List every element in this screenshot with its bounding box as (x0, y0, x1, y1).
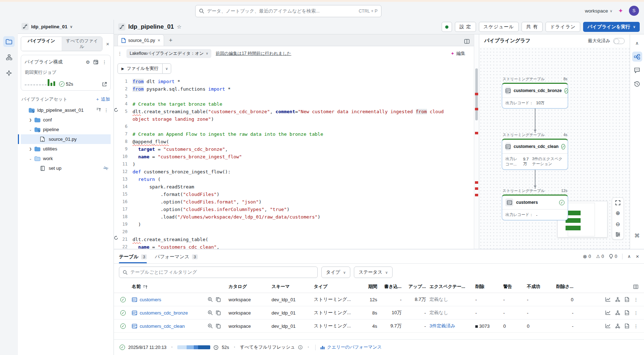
files-rail-button[interactable] (3, 36, 15, 47)
streaming-table-gutter-icon[interactable] (114, 236, 122, 243)
chevron-right-icon[interactable]: ❯ (29, 147, 32, 151)
history-icon[interactable] (632, 79, 642, 89)
code-line-20[interactable]: 20 (114, 228, 474, 236)
col-dropped[interactable]: 削除さ... (554, 284, 577, 290)
ai-edit-button[interactable]: ✦編集 (451, 51, 470, 57)
col-name[interactable]: 名前 (132, 284, 208, 290)
copy-icon[interactable] (216, 297, 221, 302)
metrics-icon[interactable] (605, 310, 611, 315)
gear-icon[interactable]: ⚙ (86, 59, 90, 65)
col-failed[interactable]: 不成功 (527, 284, 554, 290)
share-button[interactable]: 共 有 (522, 22, 543, 32)
workspace-switcher[interactable]: workspace∨ (585, 8, 612, 14)
code-area[interactable]: 1from dlt import *2from pyspark.sql.func… (114, 76, 474, 249)
preview-icon[interactable] (208, 310, 213, 315)
table-row-customers[interactable]: ✓ customers workspace dev_ldp_01 ストリーミング… (114, 293, 644, 306)
code-line-19[interactable]: 19 ) (114, 221, 474, 228)
tree-item-set-up[interactable]: set up (21, 163, 111, 173)
close-results-icon[interactable]: × (636, 253, 639, 259)
graph-canvas[interactable]: ⊕ ⊖ ストリーミングテーブル8s customers_cdc_bronze ✓… (479, 47, 630, 249)
tree-item-utilities[interactable]: ❯ utilities (21, 144, 111, 154)
last-run-sparkline[interactable]: ✓52s (25, 79, 107, 86)
kebab-icon[interactable]: ⋮ (104, 107, 109, 113)
new-tab-button[interactable]: ＋ (168, 37, 173, 44)
code-line-13[interactable]: 13 return ( (114, 176, 474, 183)
editor-scrollbar[interactable] (474, 34, 479, 249)
col-deleted[interactable]: 削除 (475, 284, 503, 290)
streaming-table-gutter-icon[interactable] (114, 108, 122, 123)
sidebar-pipeline-name[interactable]: ldp_pipeline_01 (31, 24, 67, 29)
pipeline-rail-button[interactable] (3, 52, 15, 63)
schedule-icon[interactable] (93, 59, 98, 64)
code-line-7[interactable]: 7# Create an Append Flow to ingest the r… (114, 130, 474, 138)
graph-view-icon[interactable] (632, 52, 642, 62)
code-line-3[interactable]: 3 (114, 93, 474, 100)
comments-icon[interactable] (632, 65, 642, 75)
code-line-10[interactable]: 10 name = "customers_bronze_ingest_flow" (114, 153, 474, 160)
zoom-out-icon[interactable]: ⊖ (616, 221, 620, 227)
code-line-5[interactable]: 5dlt.create_streaming_table("customers_c… (114, 108, 474, 123)
chevron-right-icon[interactable]: ❯ (29, 118, 32, 122)
copy-icon[interactable] (216, 310, 221, 315)
metrics-icon[interactable] (605, 297, 611, 302)
copy-icon[interactable] (216, 323, 221, 328)
tips-counter[interactable]: 0 (609, 254, 617, 259)
lineage-icon[interactable] (615, 323, 620, 328)
table-row-customers_cdc_bronze[interactable]: ✓ customers_cdc_bronze workspace dev_ldp… (114, 306, 644, 320)
cell-expectations[interactable]: 3件定義済み (429, 323, 475, 329)
sort-icon[interactable] (143, 285, 148, 289)
user-avatar[interactable]: S (629, 6, 639, 16)
tree-item-source-01-py[interactable]: source_01.py (21, 134, 111, 144)
sort-icon[interactable] (96, 107, 101, 112)
split-view-icon[interactable] (464, 39, 470, 44)
code-line-12[interactable]: 12def customers_bronze_ingest_flow(): (114, 168, 474, 176)
source-file-icon[interactable] (625, 297, 629, 302)
error-counter[interactable]: ⊗0 (583, 254, 591, 259)
editor-tab-source01[interactable]: source_01.py × (117, 34, 164, 46)
col-upserted[interactable]: アップ... (405, 284, 429, 290)
lineage-icon[interactable] (615, 297, 620, 302)
last-edit-link[interactable]: 前回の編集は17 時間前に行われました (216, 51, 291, 57)
tab-performance[interactable]: パフォーマンス3 (155, 249, 198, 263)
code-line-16[interactable]: 16 .option("cloudFiles.format", "json") (114, 198, 474, 206)
collapse-panel-icon[interactable]: ∧ (632, 38, 642, 48)
add-asset-button[interactable]: ＋ 追加 (95, 96, 110, 102)
assistant-sparkle-icon[interactable]: ✦ (618, 7, 623, 15)
code-line-9[interactable]: 9 target = "customers_cdc_bronze", (114, 145, 474, 153)
tree-item-work[interactable]: ⌄ work (21, 154, 111, 163)
source-file-icon[interactable] (625, 323, 629, 328)
info-icon[interactable] (298, 345, 303, 350)
col-catalog[interactable]: カタログ (229, 284, 271, 290)
code-line-14[interactable]: 14 spark.readStream (114, 183, 474, 191)
dry-run-button[interactable]: ドライラン (546, 22, 581, 32)
table-name-link[interactable]: customers (140, 297, 161, 302)
preview-icon[interactable] (208, 297, 213, 302)
type-filter-dropdown[interactable]: タイプ∨ (321, 267, 350, 278)
tab-all-files[interactable]: すべてのファイル (62, 37, 102, 51)
lineage-icon[interactable] (615, 310, 620, 315)
schedule-button[interactable]: スケジュール (479, 22, 519, 32)
code-line-15[interactable]: 15 .format("cloudFiles") (114, 191, 474, 198)
close-sidebar-icon[interactable]: × (105, 41, 111, 47)
tree-item-pipeline[interactable]: ⌄ pipeline (21, 125, 111, 134)
tab-tables[interactable]: テーブル3 (119, 249, 147, 263)
graph-settings-icon[interactable] (615, 232, 620, 237)
col-written[interactable]: 書き込... (381, 284, 405, 290)
code-line-6[interactable]: 6 (114, 123, 474, 130)
global-search-input[interactable]: データ、ノートブック、最近のアイテムなどを検索... CTRL + P (195, 5, 381, 17)
kebab-icon[interactable]: ⋮ (117, 51, 122, 56)
metrics-icon[interactable] (605, 323, 611, 328)
query-performance-link[interactable]: クエリーのパフォーマンス (320, 344, 382, 350)
status-dot-button[interactable] (442, 22, 452, 32)
maximize-toggle[interactable] (613, 38, 625, 44)
code-line-1[interactable]: 1from dlt import * (114, 78, 474, 85)
kebab-icon[interactable]: ⋮ (102, 59, 107, 65)
fit-view-icon[interactable] (615, 200, 620, 205)
code-line-18[interactable]: 18 .load("/Volumes/workspace/dev_ldp_01/… (114, 213, 474, 221)
graph-node-customers_cdc_clean[interactable]: ストリーミングテーブル4s customers_cdc_clean ✓ 出力レコ… (502, 133, 568, 170)
code-line-2[interactable]: 2from pyspark.sql.functions import * (114, 85, 474, 93)
code-line-4[interactable]: 4# Create the target bronze table (114, 100, 474, 108)
status-filter-dropdown[interactable]: ステータス∨ (354, 267, 393, 278)
tree-item-conf[interactable]: ❯ conf (21, 115, 111, 125)
row-kebab-icon[interactable]: ⋮ (634, 297, 638, 302)
